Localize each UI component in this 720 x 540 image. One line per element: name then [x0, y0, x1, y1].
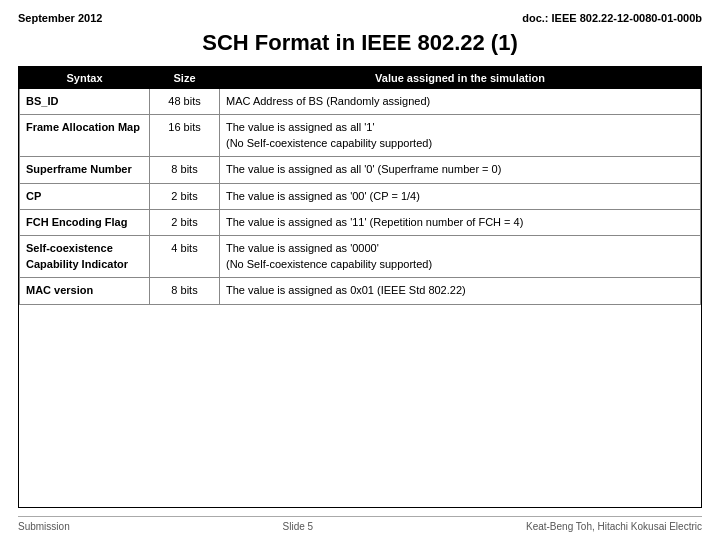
cell-syntax: FCH Encoding Flag: [20, 209, 150, 235]
footer-left: Submission: [18, 521, 70, 532]
table-row: Self-coexistenceCapability Indicator4 bi…: [20, 236, 701, 278]
col-value: Value assigned in the simulation: [220, 68, 701, 89]
cell-value: The value is assigned as '00' (CP = 1/4): [220, 183, 701, 209]
cell-size: 48 bits: [150, 89, 220, 115]
table-header-row: Syntax Size Value assigned in the simula…: [20, 68, 701, 89]
table-container: Syntax Size Value assigned in the simula…: [18, 66, 702, 508]
cell-size: 8 bits: [150, 157, 220, 183]
cell-syntax: Self-coexistenceCapability Indicator: [20, 236, 150, 278]
footer: Submission Slide 5 Keat-Beng Toh, Hitach…: [18, 516, 702, 532]
cell-syntax: MAC version: [20, 278, 150, 304]
table-row: BS_ID48 bitsMAC Address of BS (Randomly …: [20, 89, 701, 115]
header-right: doc.: IEEE 802.22-12-0080-01-000b: [522, 12, 702, 24]
col-size: Size: [150, 68, 220, 89]
cell-syntax: BS_ID: [20, 89, 150, 115]
cell-size: 16 bits: [150, 115, 220, 157]
cell-size: 2 bits: [150, 183, 220, 209]
footer-center: Slide 5: [283, 521, 314, 532]
cell-syntax: Frame Allocation Map: [20, 115, 150, 157]
table-row: FCH Encoding Flag2 bitsThe value is assi…: [20, 209, 701, 235]
cell-size: 2 bits: [150, 209, 220, 235]
cell-value: MAC Address of BS (Randomly assigned): [220, 89, 701, 115]
cell-value: The value is assigned as '0000'(No Self-…: [220, 236, 701, 278]
cell-syntax: Superframe Number: [20, 157, 150, 183]
table-row: MAC version8 bitsThe value is assigned a…: [20, 278, 701, 304]
header: September 2012 doc.: IEEE 802.22-12-0080…: [18, 12, 702, 24]
cell-syntax: CP: [20, 183, 150, 209]
header-left: September 2012: [18, 12, 102, 24]
table-row: CP2 bitsThe value is assigned as '00' (C…: [20, 183, 701, 209]
page: September 2012 doc.: IEEE 802.22-12-0080…: [0, 0, 720, 540]
cell-value: The value is assigned as all '0' (Superf…: [220, 157, 701, 183]
cell-value: The value is assigned as all '1'(No Self…: [220, 115, 701, 157]
cell-value: The value is assigned as '11' (Repetitio…: [220, 209, 701, 235]
table-row: Frame Allocation Map16 bitsThe value is …: [20, 115, 701, 157]
sch-format-table: Syntax Size Value assigned in the simula…: [19, 67, 701, 305]
cell-value: The value is assigned as 0x01 (IEEE Std …: [220, 278, 701, 304]
page-title: SCH Format in IEEE 802.22 (1): [18, 30, 702, 56]
table-row: Superframe Number8 bitsThe value is assi…: [20, 157, 701, 183]
cell-size: 4 bits: [150, 236, 220, 278]
footer-right: Keat-Beng Toh, Hitachi Kokusai Electric: [526, 521, 702, 532]
col-syntax: Syntax: [20, 68, 150, 89]
cell-size: 8 bits: [150, 278, 220, 304]
